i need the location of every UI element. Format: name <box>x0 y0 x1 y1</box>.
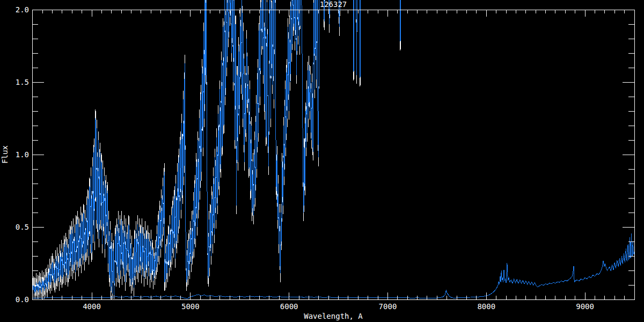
x-tick-label: 7000 <box>379 302 397 311</box>
x-axis-label: Wavelength, A <box>304 312 363 320</box>
series-layer <box>33 0 634 299</box>
spectrum-chart: 4000500060007000800090000.00.51.01.52.0 … <box>0 0 644 322</box>
y-tick-label: 1.5 <box>16 78 29 86</box>
y-axis-label: Flux <box>1 145 9 164</box>
x-tick-label: 9000 <box>576 302 594 311</box>
x-tick-label: 4000 <box>83 302 101 311</box>
y-tick-label: 1.0 <box>16 150 29 159</box>
spectrum-plot-window: 4000500060007000800090000.00.51.01.52.0 … <box>0 0 644 322</box>
spectrum-raw-line <box>33 0 634 299</box>
x-tick-label: 5000 <box>181 302 200 311</box>
chart-title: 126327 <box>320 0 347 9</box>
y-tick-label: 0.5 <box>16 223 29 231</box>
x-tick-label: 6000 <box>280 302 298 311</box>
spectrum-smoothed-line <box>33 0 634 295</box>
y-tick-label: 0.0 <box>16 295 29 304</box>
y-tick-label: 2.0 <box>16 5 29 14</box>
x-tick-label: 8000 <box>477 302 495 311</box>
